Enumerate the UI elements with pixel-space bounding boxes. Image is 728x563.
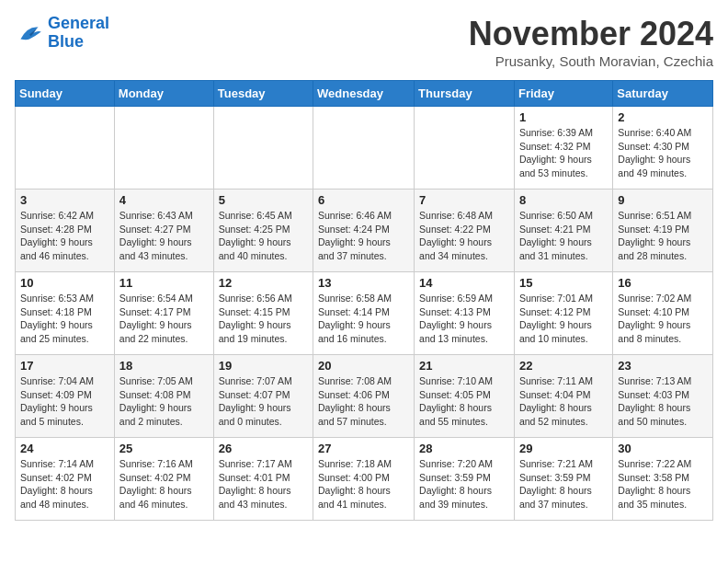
calendar-cell [213,107,313,190]
calendar-header-row: SundayMondayTuesdayWednesdayThursdayFrid… [16,81,713,107]
day-detail: Sunrise: 7:10 AM Sunset: 4:05 PM Dayligh… [419,374,509,429]
day-detail: Sunrise: 7:02 AM Sunset: 4:10 PM Dayligh… [618,292,708,346]
day-number: 23 [618,359,708,373]
day-detail: Sunrise: 6:59 AM Sunset: 4:13 PM Dayligh… [419,292,509,346]
month-title: November 2024 [469,15,713,53]
calendar-week-row: 10Sunrise: 6:53 AM Sunset: 4:18 PM Dayli… [16,272,713,355]
calendar-week-row: 3Sunrise: 6:42 AM Sunset: 4:28 PM Daylig… [16,190,713,272]
calendar-cell: 29Sunrise: 7:21 AM Sunset: 3:59 PM Dayli… [514,438,612,521]
day-number: 29 [519,442,608,455]
day-detail: Sunrise: 7:07 AM Sunset: 4:07 PM Dayligh… [219,374,308,429]
day-detail: Sunrise: 7:08 AM Sunset: 4:06 PM Dayligh… [318,374,409,429]
day-number: 15 [519,276,608,290]
calendar-cell: 9Sunrise: 6:51 AM Sunset: 4:19 PM Daylig… [613,190,713,272]
calendar-cell: 28Sunrise: 7:20 AM Sunset: 3:59 PM Dayli… [415,438,515,521]
calendar-week-row: 17Sunrise: 7:04 AM Sunset: 4:09 PM Dayli… [16,355,713,438]
day-number: 5 [219,193,308,207]
calendar-cell [114,107,213,190]
day-number: 6 [318,193,409,207]
day-number: 1 [519,110,608,124]
calendar-header-cell: Tuesday [213,81,313,107]
day-number: 22 [519,359,608,373]
day-detail: Sunrise: 6:45 AM Sunset: 4:25 PM Dayligh… [219,209,308,263]
calendar-cell [313,107,415,190]
day-number: 13 [318,276,409,290]
header: General Blue November 2024 Prusanky, Sou… [15,15,713,69]
calendar-header-cell: Friday [514,81,612,107]
day-number: 26 [219,442,308,455]
title-area: November 2024 Prusanky, South Moravian, … [469,15,713,69]
day-number: 19 [219,359,308,373]
calendar-cell: 16Sunrise: 7:02 AM Sunset: 4:10 PM Dayli… [613,272,713,355]
day-detail: Sunrise: 7:17 AM Sunset: 4:01 PM Dayligh… [219,457,308,511]
calendar-header-cell: Thursday [415,81,515,107]
calendar-header-cell: Saturday [613,81,713,107]
day-detail: Sunrise: 6:53 AM Sunset: 4:18 PM Dayligh… [20,292,109,346]
calendar-header-cell: Wednesday [313,81,415,107]
day-detail: Sunrise: 7:16 AM Sunset: 4:02 PM Dayligh… [119,457,209,511]
calendar-header-cell: Sunday [16,81,115,107]
day-number: 4 [119,193,209,207]
logo-icon [15,18,44,48]
day-number: 27 [318,442,409,455]
calendar-cell: 8Sunrise: 6:50 AM Sunset: 4:21 PM Daylig… [514,190,612,272]
day-detail: Sunrise: 6:51 AM Sunset: 4:19 PM Dayligh… [618,209,708,263]
calendar-cell: 10Sunrise: 6:53 AM Sunset: 4:18 PM Dayli… [16,272,115,355]
day-detail: Sunrise: 7:18 AM Sunset: 4:00 PM Dayligh… [318,457,409,511]
day-number: 24 [20,442,109,455]
day-number: 12 [219,276,308,290]
calendar-cell: 20Sunrise: 7:08 AM Sunset: 4:06 PM Dayli… [313,355,415,438]
calendar-cell: 7Sunrise: 6:48 AM Sunset: 4:22 PM Daylig… [415,190,515,272]
calendar-header-cell: Monday [114,81,213,107]
calendar-cell: 6Sunrise: 6:46 AM Sunset: 4:24 PM Daylig… [313,190,415,272]
day-detail: Sunrise: 6:42 AM Sunset: 4:28 PM Dayligh… [20,209,109,263]
day-detail: Sunrise: 6:43 AM Sunset: 4:27 PM Dayligh… [119,209,209,263]
day-number: 14 [419,276,509,290]
day-number: 20 [318,359,409,373]
day-number: 21 [419,359,509,373]
calendar-cell: 19Sunrise: 7:07 AM Sunset: 4:07 PM Dayli… [213,355,313,438]
day-detail: Sunrise: 6:39 AM Sunset: 4:32 PM Dayligh… [519,126,608,180]
day-number: 9 [618,193,708,207]
calendar-cell: 5Sunrise: 6:45 AM Sunset: 4:25 PM Daylig… [213,190,313,272]
day-detail: Sunrise: 7:21 AM Sunset: 3:59 PM Dayligh… [519,457,608,511]
day-detail: Sunrise: 6:48 AM Sunset: 4:22 PM Dayligh… [419,209,509,263]
calendar-cell [16,107,115,190]
day-detail: Sunrise: 6:50 AM Sunset: 4:21 PM Dayligh… [519,209,608,263]
day-detail: Sunrise: 6:54 AM Sunset: 4:17 PM Dayligh… [119,292,209,346]
day-number: 3 [20,193,109,207]
calendar-week-row: 24Sunrise: 7:14 AM Sunset: 4:02 PM Dayli… [16,438,713,521]
calendar-cell: 18Sunrise: 7:05 AM Sunset: 4:08 PM Dayli… [114,355,213,438]
day-detail: Sunrise: 7:11 AM Sunset: 4:04 PM Dayligh… [519,374,608,429]
calendar-cell: 30Sunrise: 7:22 AM Sunset: 3:58 PM Dayli… [613,438,713,521]
calendar-cell: 4Sunrise: 6:43 AM Sunset: 4:27 PM Daylig… [114,190,213,272]
day-number: 25 [119,442,209,455]
day-number: 16 [618,276,708,290]
calendar-cell [415,107,515,190]
day-number: 28 [419,442,509,455]
day-detail: Sunrise: 7:13 AM Sunset: 4:03 PM Dayligh… [618,374,708,429]
calendar-cell: 26Sunrise: 7:17 AM Sunset: 4:01 PM Dayli… [213,438,313,521]
day-number: 7 [419,193,509,207]
calendar-cell: 24Sunrise: 7:14 AM Sunset: 4:02 PM Dayli… [16,438,115,521]
calendar-cell: 11Sunrise: 6:54 AM Sunset: 4:17 PM Dayli… [114,272,213,355]
calendar-cell: 1Sunrise: 6:39 AM Sunset: 4:32 PM Daylig… [514,107,612,190]
day-number: 17 [20,359,109,373]
day-detail: Sunrise: 7:01 AM Sunset: 4:12 PM Dayligh… [519,292,608,346]
calendar-cell: 14Sunrise: 6:59 AM Sunset: 4:13 PM Dayli… [415,272,515,355]
calendar-cell: 22Sunrise: 7:11 AM Sunset: 4:04 PM Dayli… [514,355,612,438]
calendar-cell: 2Sunrise: 6:40 AM Sunset: 4:30 PM Daylig… [613,107,713,190]
calendar-body: 1Sunrise: 6:39 AM Sunset: 4:32 PM Daylig… [16,107,713,521]
calendar: SundayMondayTuesdayWednesdayThursdayFrid… [15,80,713,521]
day-detail: Sunrise: 6:56 AM Sunset: 4:15 PM Dayligh… [219,292,308,346]
day-detail: Sunrise: 6:46 AM Sunset: 4:24 PM Dayligh… [318,209,409,263]
calendar-cell: 15Sunrise: 7:01 AM Sunset: 4:12 PM Dayli… [514,272,612,355]
calendar-cell: 25Sunrise: 7:16 AM Sunset: 4:02 PM Dayli… [114,438,213,521]
day-detail: Sunrise: 7:14 AM Sunset: 4:02 PM Dayligh… [20,457,109,511]
calendar-cell: 3Sunrise: 6:42 AM Sunset: 4:28 PM Daylig… [16,190,115,272]
day-number: 2 [618,110,708,124]
calendar-cell: 23Sunrise: 7:13 AM Sunset: 4:03 PM Dayli… [613,355,713,438]
calendar-week-row: 1Sunrise: 6:39 AM Sunset: 4:32 PM Daylig… [16,107,713,190]
day-number: 8 [519,193,608,207]
logo-text: General Blue [48,15,109,52]
